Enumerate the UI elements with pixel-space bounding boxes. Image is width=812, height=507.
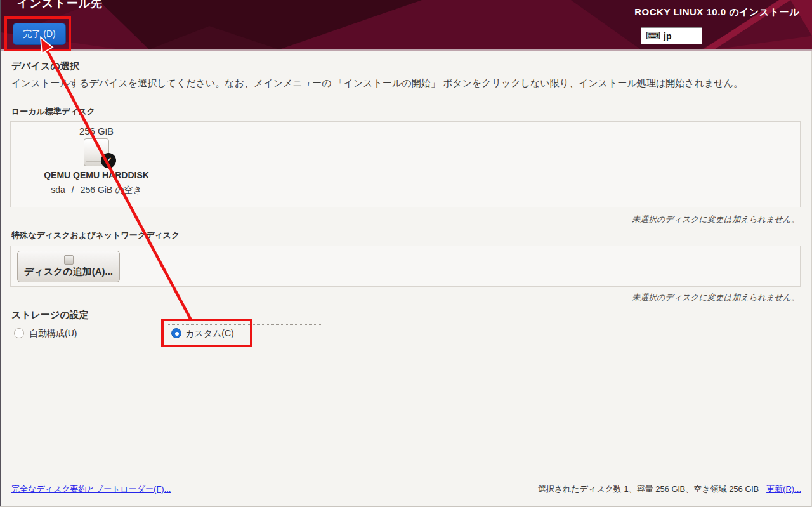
refresh-link[interactable]: 更新(R)...: [766, 484, 801, 495]
add-disk-button[interactable]: ディスクの追加(A)...: [17, 251, 120, 282]
storage-config-heading: ストレージの設定: [11, 309, 89, 321]
special-disks-panel: ディスクの追加(A)...: [10, 246, 801, 287]
header-bar: インストール先 完了 (D) ROCKY LINUX 10.0 のインストール …: [0, 0, 812, 51]
radio-automatic-label[interactable]: 自動構成(U): [29, 328, 77, 339]
radio-custom-label[interactable]: カスタム(C): [185, 328, 234, 339]
keyboard-layout-indicator[interactable]: ⌨ jp: [641, 27, 702, 44]
unselected-disks-note: 未選択のディスクに変更は加えられません。: [632, 214, 799, 225]
product-title: ROCKY LINUX 10.0 のインストール: [634, 6, 799, 18]
device-selection-heading: デバイスの選択: [11, 60, 79, 72]
page-title: インストール先: [17, 0, 103, 11]
add-disk-button-label: ディスクの追加(A)...: [24, 266, 113, 278]
installer-window: インストール先 完了 (D) ROCKY LINUX 10.0 のインストール …: [0, 0, 812, 507]
full-disk-summary-link[interactable]: 完全なディスク要約とブートローダー(F)...: [11, 484, 171, 495]
local-disks-panel: 256 GiB ✓ QEMU QEMU HARDDISK sda / 256 G…: [10, 121, 801, 207]
footer-right: 選択されたディスク数 1、容量 256 GiB、空き領域 256 GiB 更新(…: [538, 484, 801, 495]
disk-free-space: 256 GiB の空き: [81, 185, 142, 196]
done-button[interactable]: 完了 (D): [13, 23, 66, 45]
keyboard-icon: ⌨: [646, 31, 660, 41]
selection-summary: 選択されたディスク数 1、容量 256 GiB、空き領域 256 GiB: [538, 484, 759, 495]
disk-details: sda / 256 GiB の空き: [51, 185, 142, 196]
disk-item-sda[interactable]: 256 GiB ✓ QEMU QEMU HARDDISK sda / 256 G…: [17, 126, 176, 196]
radio-custom[interactable]: [171, 328, 181, 338]
harddisk-icon: ✓: [84, 138, 109, 166]
disk-name: QEMU QEMU HARDDISK: [44, 170, 149, 180]
device-selection-description: インストールするデバイスを選択してください。なお、メインメニューの 「インストー…: [11, 77, 743, 89]
unselected-disks-note-2: 未選択のディスクに変更は加えられません。: [632, 292, 799, 303]
local-disks-label: ローカル標準ディスク: [11, 106, 95, 117]
disk-size: 256 GiB: [79, 126, 114, 136]
special-disks-label: 特殊なディスクおよびネットワークディスク: [11, 230, 180, 241]
keyboard-layout-label: jp: [664, 31, 671, 41]
add-disk-icon: [64, 255, 74, 265]
disk-selected-check-icon: ✓: [101, 153, 116, 168]
disk-separator: /: [72, 185, 74, 196]
disk-device: sda: [51, 185, 65, 196]
window-left-edge: [0, 0, 1, 507]
radio-automatic[interactable]: [14, 328, 24, 338]
